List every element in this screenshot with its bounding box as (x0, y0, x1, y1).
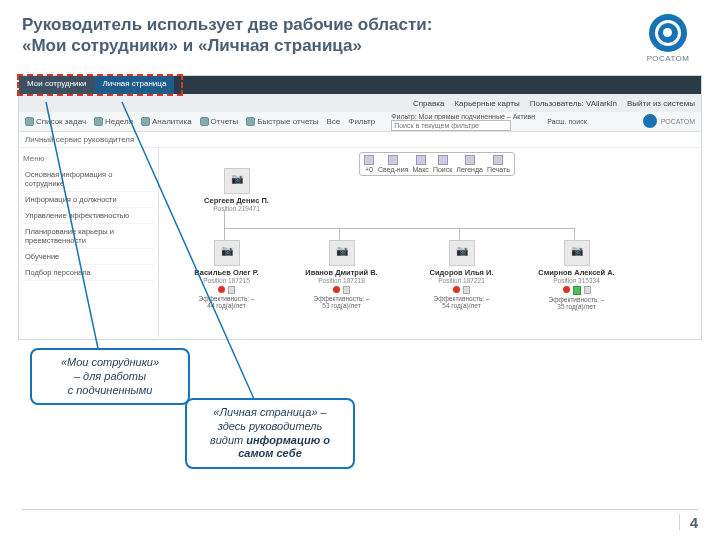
tool-filter[interactable]: Фильтр (348, 117, 375, 126)
employee-name: Васильев Олег Р. (179, 268, 274, 277)
page-number: 4 (679, 514, 698, 530)
rosatom-logo-text: РОСАТОМ (638, 54, 698, 63)
avatar-placeholder (224, 168, 250, 194)
tab-my-staff[interactable]: Мои сотрудники (19, 76, 95, 94)
user-label: Пользователь: VAilarkin (530, 99, 617, 108)
age-label: 35 год(а)/лет (529, 303, 624, 310)
tool-analytics[interactable]: Аналитика (141, 117, 192, 126)
org-card-child[interactable]: Васильев Олег Р. Position 187215 Эффекти… (179, 240, 274, 309)
org-card-child[interactable]: Иванов Дмитрий В. Position 187218 Эффект… (294, 240, 389, 309)
age-label: 54 год(а)/лет (414, 302, 509, 309)
mini-logo: РОСАТОМ (643, 114, 695, 128)
link-help[interactable]: Справка (413, 99, 444, 108)
tab-personal-page[interactable]: Личная страница (95, 76, 175, 94)
effectiveness-label: Эффективность: – (294, 295, 389, 302)
workspace-tabs: Мои сотрудники Личная страница (19, 76, 701, 94)
employee-position: Position 187215 (179, 277, 274, 284)
effectiveness-label: Эффективность: – (529, 296, 624, 303)
doc-icon (200, 117, 209, 126)
info-icon (388, 155, 398, 165)
tree-connector (574, 228, 575, 240)
callout-text: с подчиненными (68, 384, 153, 396)
callout-text: видит (210, 434, 246, 446)
tree-connector (224, 228, 574, 229)
ctrl-details[interactable]: Свед-ния (378, 155, 408, 173)
tool-all[interactable]: Все (327, 117, 341, 126)
employee-position: Position 219471 (194, 205, 279, 212)
sidebar-item-basic-info[interactable]: Основная информация о сотруднике (23, 167, 154, 192)
status-red-icon (218, 286, 225, 293)
toolbar: Список задач Неделя Аналитика Отчеты Быс… (19, 112, 701, 132)
employee-name: Смирнов Алексей А. (529, 268, 624, 277)
chart-icon (141, 117, 150, 126)
tool-week[interactable]: Неделя (94, 117, 133, 126)
org-card-root[interactable]: Сергеев Денис П. Position 219471 (194, 168, 279, 212)
sidebar-item-career-planning[interactable]: Планирование карьеры и преемственности (23, 224, 154, 249)
callout-text: «Личная страница» – (213, 406, 326, 418)
calendar-icon (94, 117, 103, 126)
slide-title-l1: Руководитель использует две рабочие обла… (22, 15, 432, 34)
expand-icon (364, 155, 374, 165)
ctrl-search[interactable]: Поиск (433, 155, 452, 173)
avatar-placeholder (214, 240, 240, 266)
filter-search-input[interactable] (391, 120, 511, 131)
green-bar-icon (573, 286, 581, 295)
org-chart-area: +0 Свед-ния Макс Поиск Легенда Печать Се… (159, 148, 701, 337)
org-card-child[interactable]: Сидоров Илья И. Position 187221 Эффектив… (414, 240, 509, 309)
callout-personal-page: «Личная страница» – здесь руководитель в… (185, 398, 355, 469)
document-icon (228, 286, 235, 294)
document-icon (343, 286, 350, 294)
legend-icon (465, 155, 475, 165)
document-icon (463, 286, 470, 294)
sidebar-item-position-info[interactable]: Информация о должности (23, 192, 154, 208)
page-subtitle: Личный сервис руководителя (19, 132, 701, 148)
maximize-icon (416, 155, 426, 165)
callout-text: здесь руководитель (218, 420, 323, 432)
age-label: 53 год(а)/лет (294, 302, 389, 309)
effectiveness-label: Эффективность: – (414, 295, 509, 302)
callout-my-staff: «Мои сотрудники» – для работы с подчинен… (30, 348, 190, 405)
print-icon (493, 155, 503, 165)
avatar-placeholder (449, 240, 475, 266)
tool-task-list[interactable]: Список задач (25, 117, 86, 126)
tree-connector (224, 228, 225, 240)
tool-quick-reports[interactable]: Быстрые отчеты (246, 117, 318, 126)
link-advanced-search[interactable]: Расш. поиск (547, 118, 587, 125)
search-icon (438, 155, 448, 165)
ctrl-legend[interactable]: Легенда (456, 155, 483, 173)
system-header: Справка Карьерные карты Пользователь: VA… (19, 94, 701, 112)
callout-text-bold: информацию о самом себе (238, 434, 330, 460)
sidebar-menu: Меню Основная информация о сотруднике Ин… (19, 148, 159, 337)
employee-name: Иванов Дмитрий В. (294, 268, 389, 277)
rosatom-logo: РОСАТОМ (638, 14, 698, 63)
app-screenshot: Мои сотрудники Личная страница Справка К… (18, 75, 702, 340)
avatar-placeholder (564, 240, 590, 266)
status-red-icon (333, 286, 340, 293)
tree-connector (339, 228, 340, 240)
filter-description: Фильтр: Мои прямые подчиненные – Активн (391, 113, 535, 120)
sidebar-item-performance[interactable]: Управление эффективностью (23, 208, 154, 224)
rosatom-logo-icon (649, 14, 687, 52)
employee-position: Position 187221 (414, 277, 509, 284)
ctrl-expand[interactable]: +0 (364, 155, 374, 173)
tool-reports[interactable]: Отчеты (200, 117, 239, 126)
sidebar-item-recruitment[interactable]: Подбор персонала (23, 265, 154, 281)
age-label: 44 год(а)/лет (179, 302, 274, 309)
ctrl-print[interactable]: Печать (487, 155, 510, 173)
sidebar-item-training[interactable]: Обучение (23, 249, 154, 265)
link-logout[interactable]: Выйти из системы (627, 99, 695, 108)
employee-position: Position 187218 (294, 277, 389, 284)
avatar-placeholder (329, 240, 355, 266)
slide-title-l2: «Мои сотрудники» и «Личная страница» (22, 36, 362, 55)
rosatom-mini-text: РОСАТОМ (661, 118, 695, 125)
effectiveness-label: Эффективность: – (179, 295, 274, 302)
sidebar-header: Меню (23, 152, 154, 167)
status-red-icon (563, 286, 570, 293)
ctrl-max[interactable]: Макс (412, 155, 428, 173)
employee-name: Сидоров Илья И. (414, 268, 509, 277)
link-career-maps[interactable]: Карьерные карты (454, 99, 519, 108)
orgchart-controls: +0 Свед-ния Макс Поиск Легенда Печать (359, 152, 515, 176)
slide-title: Руководитель использует две рабочие обла… (22, 14, 638, 57)
org-card-child[interactable]: Смирнов Алексей А. Position 315334 Эффек… (529, 240, 624, 310)
document-icon (584, 286, 591, 294)
